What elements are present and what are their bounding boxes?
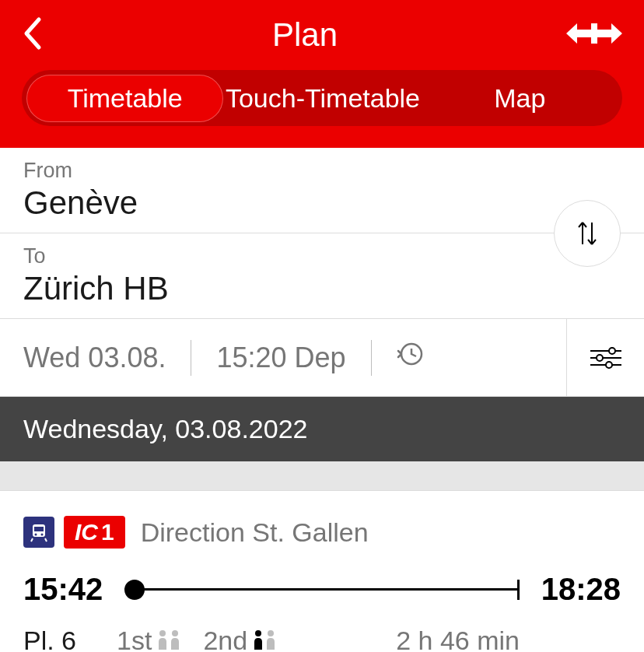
svg-rect-8 xyxy=(34,527,44,531)
duration: 2 h 46 min xyxy=(396,626,520,652)
svg-point-12 xyxy=(172,630,178,636)
sbb-logo-icon xyxy=(566,22,622,48)
swap-button[interactable] xyxy=(554,200,621,267)
back-button[interactable] xyxy=(22,16,44,54)
to-value: Zürich HB xyxy=(23,270,621,307)
from-label: From xyxy=(23,159,621,183)
to-label: To xyxy=(23,244,621,268)
svg-point-6 xyxy=(606,362,612,368)
datetime-selector[interactable]: Wed 03.08. 15:20 Dep xyxy=(0,340,566,376)
tab-map[interactable]: Map xyxy=(422,75,618,121)
platform: Pl. 6 xyxy=(23,626,76,652)
tab-touch-timetable[interactable]: Touch-Timetable xyxy=(225,75,420,121)
divider xyxy=(191,340,191,376)
class-2nd-label: 2nd xyxy=(203,626,247,652)
line-badge: IC1 xyxy=(64,516,125,549)
filter-button[interactable] xyxy=(566,319,644,396)
page-title: Plan xyxy=(272,16,338,54)
tab-timetable[interactable]: Timetable xyxy=(26,75,223,122)
arrival-time: 18:28 xyxy=(541,572,621,607)
timeline xyxy=(124,580,519,600)
date-banner: Wednesday, 03.08.2022 xyxy=(0,397,644,461)
departure-time: 15:42 xyxy=(23,572,103,607)
svg-point-14 xyxy=(268,630,274,636)
direction-text: Direction St. Gallen xyxy=(141,517,369,548)
train-icon xyxy=(23,517,54,548)
to-field[interactable]: To Zürich HB xyxy=(0,233,644,319)
route-section: From Genève To Zürich HB xyxy=(0,148,644,319)
occupancy-2nd-icon xyxy=(254,626,277,652)
divider xyxy=(371,340,372,376)
svg-point-10 xyxy=(41,534,44,536)
from-value: Genève xyxy=(23,184,621,222)
tab-bar: Timetable Touch-Timetable Map xyxy=(22,70,622,126)
svg-point-11 xyxy=(159,630,166,636)
from-field[interactable]: From Genève xyxy=(0,148,644,233)
class-1st-label: 1st xyxy=(117,626,152,652)
svg-point-2 xyxy=(609,348,615,354)
date-text: Wed 03.08. xyxy=(23,342,166,374)
spacer xyxy=(0,461,644,491)
occupancy-1st-icon xyxy=(158,626,181,652)
svg-point-13 xyxy=(255,630,261,636)
svg-point-4 xyxy=(597,355,603,361)
time-text: 15:20 Dep xyxy=(216,342,345,374)
svg-point-9 xyxy=(35,534,37,536)
journey-card[interactable]: IC1 Direction St. Gallen 15:42 18:28 Pl.… xyxy=(0,491,644,652)
history-icon[interactable] xyxy=(397,341,423,374)
